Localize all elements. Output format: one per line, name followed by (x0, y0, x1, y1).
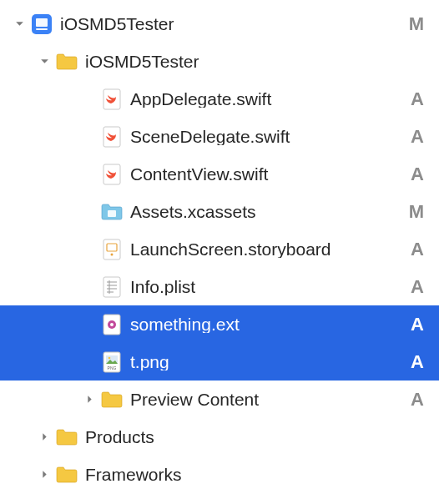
chevron-right-icon[interactable] (37, 467, 52, 482)
group-label: Frameworks (85, 466, 404, 483)
tree-row-file[interactable]: Info.plist A (0, 268, 439, 305)
project-navigator: iOSMD5Tester M iOSMD5Tester AppDelegate.… (0, 0, 439, 493)
file-label: something.ext (130, 315, 404, 333)
file-label: t.png (130, 353, 404, 370)
scm-status-badge: A (404, 239, 424, 260)
tree-row-group[interactable]: iOSMD5Tester (0, 43, 439, 80)
group-label: iOSMD5Tester (85, 53, 404, 70)
scm-status-badge: M (404, 13, 424, 35)
project-icon (30, 13, 53, 36)
plist-file-icon (100, 275, 124, 299)
swift-file-icon (100, 88, 124, 111)
file-label: SceneDelegate.swift (130, 128, 404, 145)
tree-row-file[interactable]: something.ext A (0, 305, 439, 343)
chevron-down-icon[interactable] (12, 17, 27, 32)
tree-row-group[interactable]: Frameworks (0, 456, 439, 493)
swift-file-icon (100, 163, 124, 186)
scm-status-badge: A (404, 276, 424, 298)
tree-row-file[interactable]: Assets.xcassets M (0, 193, 439, 230)
file-label: AppDelegate.swift (130, 90, 404, 108)
group-label: Preview Content (130, 391, 404, 408)
tree-row-file[interactable]: ContentView.swift A (0, 155, 439, 193)
scm-status-badge: A (404, 126, 424, 148)
chevron-right-icon[interactable] (82, 392, 97, 407)
svg-point-21 (108, 356, 111, 359)
svg-rect-2 (36, 28, 48, 30)
scm-status-badge: A (404, 389, 424, 411)
tree-row-file[interactable]: SceneDelegate.swift A (0, 118, 439, 155)
scm-status-badge: M (404, 201, 424, 223)
file-label: LaunchScreen.storyboard (130, 240, 404, 258)
group-label: Products (85, 428, 404, 446)
tree-row-project[interactable]: iOSMD5Tester M (0, 5, 439, 43)
assets-folder-icon (100, 200, 124, 224)
storyboard-file-icon (100, 238, 124, 261)
folder-icon (55, 426, 78, 449)
svg-text:PNG: PNG (108, 365, 117, 370)
svg-rect-10 (103, 277, 120, 297)
svg-point-18 (110, 323, 114, 326)
file-label: Info.plist (130, 278, 404, 295)
scm-status-badge: A (404, 314, 424, 335)
scm-status-badge: A (404, 88, 424, 110)
tree-row-file[interactable]: LaunchScreen.storyboard A (0, 230, 439, 268)
tree-row-group[interactable]: Products (0, 418, 439, 456)
chevron-right-icon[interactable] (37, 430, 52, 445)
folder-icon (100, 388, 124, 411)
folder-icon (55, 50, 78, 73)
file-label: ContentView.swift (130, 165, 404, 183)
tree-row-file[interactable]: AppDelegate.swift A (0, 80, 439, 118)
svg-point-9 (111, 253, 114, 255)
file-label: Assets.xcassets (130, 203, 404, 220)
chevron-down-icon[interactable] (37, 54, 52, 69)
project-label: iOSMD5Tester (60, 15, 404, 33)
scm-status-badge: A (404, 351, 424, 373)
tree-row-group[interactable]: Preview Content A (0, 381, 439, 418)
svg-rect-7 (103, 239, 120, 260)
folder-icon (55, 463, 78, 486)
svg-rect-1 (36, 18, 48, 27)
scm-status-badge: A (404, 164, 424, 185)
tree-row-file[interactable]: PNG t.png A (0, 343, 439, 381)
png-file-icon: PNG (100, 350, 124, 374)
swift-file-icon (100, 125, 124, 149)
generic-file-icon (100, 313, 124, 336)
svg-rect-6 (108, 210, 116, 217)
